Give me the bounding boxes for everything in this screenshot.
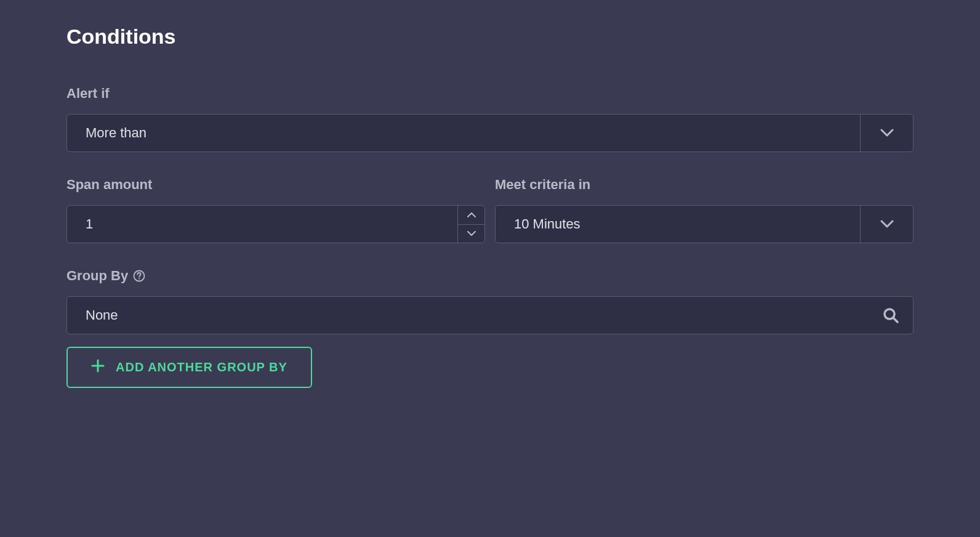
meet-criteria-value: 10 Minutes — [496, 206, 860, 243]
add-group-by-label: ADD ANOTHER GROUP BY — [116, 360, 287, 374]
span-amount-input-wrapper — [66, 205, 485, 243]
alert-if-label: Alert if — [66, 86, 914, 102]
group-by-label: Group By — [66, 268, 914, 284]
chevron-down-icon — [860, 115, 913, 151]
plus-icon — [91, 359, 105, 376]
alert-if-select[interactable]: More than — [66, 114, 914, 152]
help-icon[interactable] — [133, 270, 145, 282]
add-group-by-button[interactable]: ADD ANOTHER GROUP BY — [66, 347, 312, 388]
group-by-value: None — [67, 297, 869, 334]
meet-criteria-select[interactable]: 10 Minutes — [495, 205, 914, 243]
svg-point-1 — [139, 278, 140, 279]
span-amount-label: Span amount — [66, 177, 485, 193]
spinner-down-button[interactable] — [458, 225, 484, 243]
span-amount-input[interactable] — [67, 206, 457, 243]
spinner-up-button[interactable] — [458, 206, 484, 225]
chevron-down-icon — [860, 206, 913, 243]
meet-criteria-label: Meet criteria in — [495, 177, 914, 193]
section-title: Conditions — [66, 25, 914, 49]
group-by-label-text: Group By — [66, 268, 128, 284]
group-by-search[interactable]: None — [66, 296, 914, 334]
number-spinner — [457, 206, 484, 243]
alert-if-value: More than — [67, 115, 860, 151]
search-icon — [869, 297, 913, 334]
